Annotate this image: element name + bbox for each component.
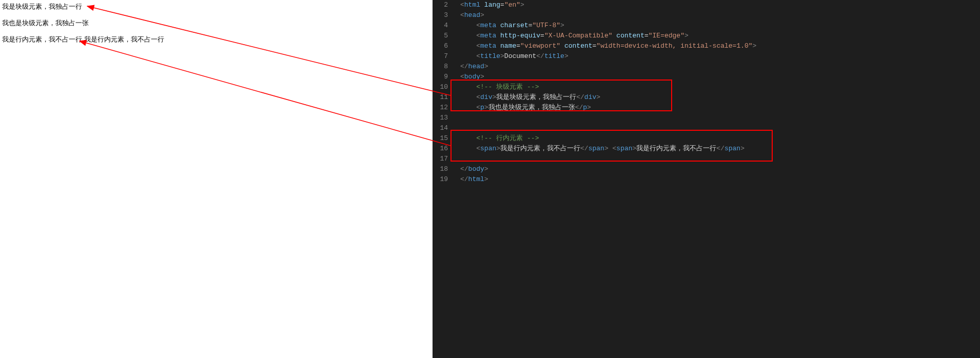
code-line[interactable]: <meta charset="UTF-8"> — [460, 21, 980, 31]
code-line[interactable] — [460, 113, 980, 123]
line-number: 16 — [433, 144, 448, 154]
code-line[interactable]: <body> — [460, 72, 980, 82]
code-line[interactable]: <meta name="viewport" content="width=dev… — [460, 41, 980, 51]
code-line[interactable]: <meta http-equiv="X-UA-Compatible" conte… — [460, 31, 980, 41]
code-area[interactable]: <html lang="en"><head> <meta charset="UT… — [457, 0, 980, 185]
line-number: 8 — [433, 62, 448, 72]
code-editor-pane[interactable]: 2345678910111213141516171819 <html lang=… — [433, 0, 980, 358]
line-number-gutter: 2345678910111213141516171819 — [433, 0, 457, 358]
line-number: 7 — [433, 51, 448, 62]
code-line[interactable] — [460, 123, 980, 133]
line-number: 9 — [433, 72, 448, 82]
line-number: 3 — [433, 10, 448, 21]
preview-inline-row: 我是行内元素，我不占一行 我是行内元素，我不占一行 — [2, 35, 430, 44]
line-number: 17 — [433, 154, 448, 164]
line-number: 11 — [433, 92, 448, 103]
code-line[interactable]: <head> — [460, 10, 980, 21]
browser-preview-pane: 我是块级元素，我独占一行 我也是块级元素，我独占一张 我是行内元素，我不占一行 … — [0, 0, 433, 358]
code-line[interactable]: <html lang="en"> — [460, 0, 980, 10]
code-line[interactable]: <title>Document</title> — [460, 51, 980, 62]
code-line[interactable]: </body> — [460, 164, 980, 174]
preview-block-p: 我也是块级元素，我独占一张 — [2, 18, 430, 28]
preview-inline-span-2: 我是行内元素，我不占一行 — [84, 35, 164, 43]
line-number: 15 — [433, 133, 448, 144]
code-line[interactable]: </html> — [460, 174, 980, 185]
line-number: 19 — [433, 174, 448, 185]
code-line[interactable]: <!-- 块级元素 --> — [460, 82, 980, 92]
code-line[interactable]: <p>我也是块级元素，我独占一张</p> — [460, 103, 980, 113]
line-number: 12 — [433, 103, 448, 113]
code-line[interactable]: <!-- 行内元素 --> — [460, 133, 980, 144]
app-root: 我是块级元素，我独占一行 我也是块级元素，我独占一张 我是行内元素，我不占一行 … — [0, 0, 980, 358]
line-number: 14 — [433, 123, 448, 133]
line-number: 18 — [433, 164, 448, 174]
line-number: 6 — [433, 41, 448, 51]
code-line[interactable]: <div>我是块级元素，我独占一行</div> — [460, 92, 980, 103]
line-number: 13 — [433, 113, 448, 123]
line-number: 5 — [433, 31, 448, 41]
line-number: 10 — [433, 82, 448, 92]
preview-inline-span-1: 我是行内元素，我不占一行 — [2, 35, 82, 43]
line-number: 2 — [433, 0, 448, 10]
code-line[interactable] — [460, 154, 980, 164]
code-line[interactable]: </head> — [460, 62, 980, 72]
line-number: 4 — [433, 21, 448, 31]
preview-block-div: 我是块级元素，我独占一行 — [2, 2, 430, 11]
code-line[interactable]: <span>我是行内元素，我不占一行</span> <span>我是行内元素，我… — [460, 144, 980, 154]
